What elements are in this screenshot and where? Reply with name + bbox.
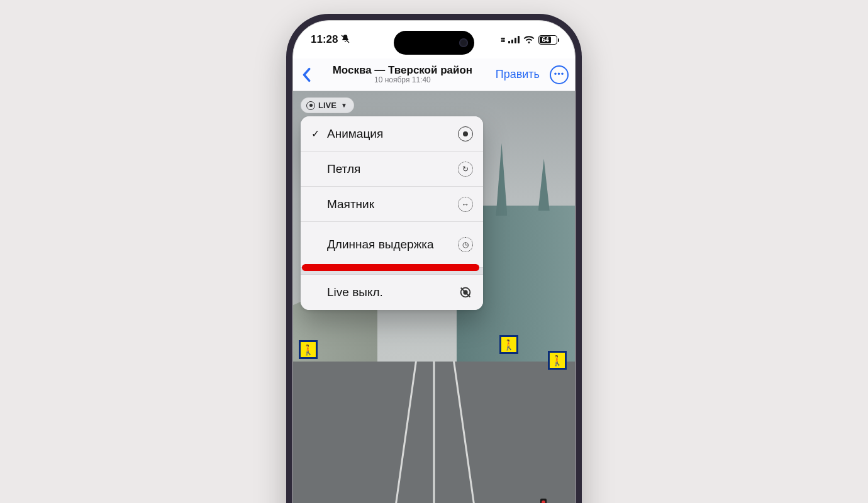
cellular-icon <box>508 36 520 43</box>
menu-item-loop[interactable]: Петля ↻ <box>301 152 483 187</box>
menu-item-label: Петля <box>327 162 452 176</box>
edit-button[interactable]: Править <box>492 68 543 81</box>
bounce-icon: ↔ <box>458 197 473 212</box>
menu-item-label: Маятник <box>327 197 452 211</box>
dynamic-island <box>394 31 474 55</box>
road-sign-icon: 🚶 <box>299 340 318 359</box>
status-time: 11:28 <box>311 33 338 46</box>
menu-item-animation[interactable]: ✓ Анимация <box>301 116 483 152</box>
more-button[interactable]: ••• <box>550 65 569 84</box>
live-badge[interactable]: LIVE ▼ <box>301 97 354 113</box>
back-button[interactable] <box>299 65 313 84</box>
battery-percent: 64 <box>542 36 548 43</box>
wifi-icon <box>523 35 535 44</box>
live-icon <box>458 126 473 141</box>
menu-item-label: Анимация <box>327 127 452 141</box>
live-effects-menu: ✓ Анимация Петля ↻ Маятник ↔ Длинная выд… <box>301 116 483 310</box>
live-off-icon <box>458 285 473 300</box>
chevron-down-icon: ▼ <box>341 102 347 109</box>
nav-subtitle: 10 ноября 11:40 <box>317 76 488 85</box>
menu-item-long-exposure[interactable]: Длинная выдержка ◷ <box>301 222 483 267</box>
phone-frame: 11:28 •••• 64 Мо <box>286 14 582 503</box>
phone-screen: 11:28 •••• 64 Мо <box>292 20 576 503</box>
checkmark-icon: ✓ <box>309 128 321 140</box>
menu-item-label: Длинная выдержка <box>327 238 452 252</box>
loop-icon: ↻ <box>458 162 473 177</box>
menu-item-live-off[interactable]: Live выкл. <box>301 275 483 310</box>
nav-title-block: Москва — Тверской район 10 ноября 11:40 <box>317 64 488 85</box>
menu-item-label: Live выкл. <box>327 285 452 299</box>
nav-title: Москва — Тверской район <box>317 64 488 77</box>
highlight-underline <box>302 264 479 271</box>
ellipsis-icon: ••• <box>554 70 565 78</box>
road-sign-icon: 🚶 <box>548 351 567 370</box>
long-exposure-icon: ◷ <box>458 237 473 252</box>
live-label: LIVE <box>318 101 337 110</box>
live-icon <box>306 101 315 110</box>
battery-icon: 64 <box>538 35 557 45</box>
menu-item-bounce[interactable]: Маятник ↔ <box>301 187 483 222</box>
mute-icon <box>340 34 350 46</box>
dual-sim-icon: •••• <box>501 37 504 42</box>
road-sign-icon: 🚶 <box>499 335 518 354</box>
nav-bar: Москва — Тверской район 10 ноября 11:40 … <box>293 58 575 91</box>
